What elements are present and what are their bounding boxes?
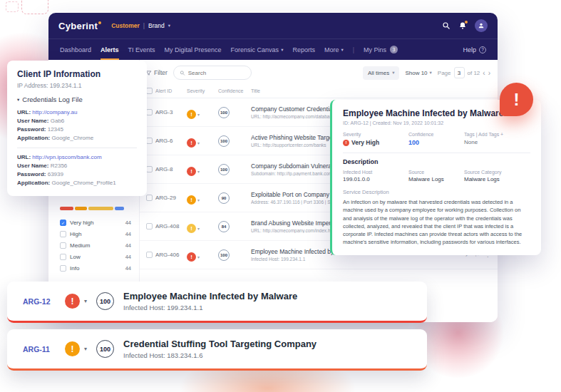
- chevron-down-icon: ▾: [17, 97, 19, 103]
- nav-item-my-pins[interactable]: My Pins3: [364, 39, 398, 61]
- search-input[interactable]: [188, 70, 245, 76]
- severity-icon[interactable]: !: [187, 167, 196, 176]
- nav-item-reports[interactable]: Reports: [292, 39, 315, 61]
- alert-title[interactable]: Credential Stuffing Tool Targeting Compa…: [123, 339, 316, 349]
- checkbox[interactable]: [60, 265, 66, 272]
- search-icon: [180, 70, 185, 76]
- next-page-icon[interactable]: ›: [488, 69, 490, 77]
- pagination: Page 3 of 12 ‹ ›: [438, 67, 490, 78]
- alert-subtitle: Infected Host: 183.234.1.6: [123, 351, 316, 359]
- app-header: Cyberint Customer | Brand ▾: [48, 13, 498, 38]
- logo[interactable]: Cyberint: [58, 21, 101, 31]
- severity-icon[interactable]: !: [187, 195, 196, 205]
- workspace-brand[interactable]: Brand: [148, 22, 165, 29]
- page-number[interactable]: 3: [454, 67, 465, 78]
- col-confidence[interactable]: Confidence: [218, 88, 251, 93]
- severity-icon[interactable]: !: [187, 252, 196, 262]
- alert-text: Employee Machine Infected by Malware Inf…: [123, 291, 297, 311]
- search-icon[interactable]: [442, 21, 451, 30]
- checkbox[interactable]: [60, 242, 66, 249]
- chevron-down-icon: ▾: [197, 198, 200, 202]
- page: Cyberint Customer | Brand ▾: [0, 0, 561, 392]
- nav-item-ti-events[interactable]: TI Events: [128, 39, 155, 61]
- alert-id: ARG-8: [155, 166, 187, 172]
- pins-count-badge: 3: [390, 46, 398, 53]
- row-checkbox[interactable]: [146, 195, 153, 201]
- url-link[interactable]: http://company.au: [32, 109, 77, 115]
- alert-highlight-card[interactable]: ARG-11 ! ▾ 100 Credential Stuffing Tool …: [7, 329, 427, 371]
- avatar[interactable]: [475, 19, 488, 32]
- alerts-toolbar: Filter All times▾ Show 10▾ Page 3 of 12 …: [145, 64, 490, 81]
- col-alert-id[interactable]: Alert ID: [155, 88, 187, 93]
- field-label: Password:: [17, 171, 46, 177]
- select-all-checkbox[interactable]: [146, 88, 153, 94]
- row-checkbox[interactable]: [146, 166, 153, 172]
- severity-icon[interactable]: !: [65, 341, 80, 356]
- nav-item-alerts[interactable]: Alerts: [101, 39, 119, 61]
- nav-item-dashboard[interactable]: Dashboard: [60, 39, 91, 61]
- filter-medium[interactable]: Medium44: [60, 239, 131, 251]
- severity-icon[interactable]: !: [187, 138, 196, 148]
- confidence-badge: 100: [218, 107, 230, 118]
- field-label: Application:: [17, 135, 50, 141]
- alert-id[interactable]: ARG-12: [23, 297, 56, 306]
- alert-id: ARG-29: [155, 195, 187, 201]
- time-range-select[interactable]: All times▾: [363, 66, 400, 80]
- alert-highlight-card[interactable]: ARG-12 ! ▾ 100 Employee Machine Infected…: [7, 282, 427, 323]
- tags-label[interactable]: Tags | Add Tags +: [464, 132, 530, 137]
- col-title[interactable]: Title: [251, 88, 498, 93]
- nav-item-forensic-canvas[interactable]: Forensic Canvas▾: [231, 39, 284, 61]
- nav-item-my-digital-presence[interactable]: My Digital Presence: [165, 39, 222, 61]
- severity-icon[interactable]: !: [187, 224, 196, 233]
- chevron-down-icon: ▾: [197, 141, 200, 145]
- nav-item-more[interactable]: More▾: [324, 39, 344, 61]
- chevron-down-icon[interactable]: ▾: [84, 346, 87, 352]
- col-severity[interactable]: Severity: [187, 88, 218, 93]
- severity-icon[interactable]: !: [65, 294, 80, 309]
- checkbox[interactable]: [60, 231, 66, 237]
- question-icon: ?: [479, 46, 486, 53]
- chevron-down-icon: ▾: [197, 113, 200, 117]
- checkbox[interactable]: ✓: [60, 220, 66, 226]
- row-checkbox[interactable]: [146, 223, 153, 229]
- filter-high[interactable]: High44: [60, 228, 131, 239]
- credentials-section-toggle[interactable]: ▾ Credentials Log File: [17, 96, 137, 103]
- logo-dot: [98, 21, 101, 24]
- show-select[interactable]: Show 10▾: [405, 70, 431, 76]
- severity-value: Very High: [351, 139, 379, 146]
- field-label: URL:: [17, 154, 31, 160]
- field-label: Password:: [17, 126, 46, 133]
- filter-count: 44: [125, 242, 131, 249]
- chevron-down-icon[interactable]: ▾: [84, 298, 87, 304]
- confidence-badge: 100: [218, 135, 230, 147]
- row-checkbox[interactable]: [146, 252, 153, 258]
- url-link[interactable]: http://vpn.ipscom/bank.com: [32, 154, 101, 160]
- notification-dot: [465, 21, 468, 24]
- filter-info[interactable]: Info44: [60, 262, 131, 274]
- workspace-switcher[interactable]: Customer | Brand ▾: [111, 22, 170, 29]
- service-description-text: An infection on by malware that harveste…: [343, 198, 530, 247]
- filter-low[interactable]: Low44: [60, 251, 131, 262]
- bell-icon[interactable]: [458, 21, 467, 30]
- row-checkbox[interactable]: [146, 138, 153, 144]
- prev-page-icon[interactable]: ‹: [483, 69, 485, 77]
- alert-subtitle: Infected Host: 199.234.1.1: [251, 257, 452, 262]
- alert-exclamation-badge: !: [500, 83, 533, 116]
- alert-title[interactable]: Employee Machine Infected by Malware: [123, 291, 297, 301]
- severity-filter-list: ✓Very high44 High44 Medium44 Low44 Info4…: [60, 217, 131, 274]
- help-button[interactable]: Help?: [463, 46, 486, 53]
- divider: [17, 148, 137, 148]
- alert-id[interactable]: ARG-11: [23, 345, 56, 354]
- row-checkbox[interactable]: [146, 109, 153, 115]
- filter-button[interactable]: Filter: [145, 69, 168, 76]
- filter-very-high[interactable]: ✓Very high44: [60, 217, 131, 228]
- service-description-label: Service Description: [343, 189, 530, 195]
- alert-id: ARG-6: [155, 138, 187, 144]
- checkbox[interactable]: [60, 254, 66, 260]
- workspace-customer[interactable]: Customer: [111, 22, 140, 29]
- search-box[interactable]: [173, 66, 252, 80]
- ip-address: IP Address: 199.234.1.1: [17, 82, 137, 89]
- severity-icon[interactable]: !: [187, 110, 196, 119]
- detail-attributes: Severity !Very High Confidence 100 Tags …: [343, 132, 530, 146]
- severity-segment: [88, 207, 113, 210]
